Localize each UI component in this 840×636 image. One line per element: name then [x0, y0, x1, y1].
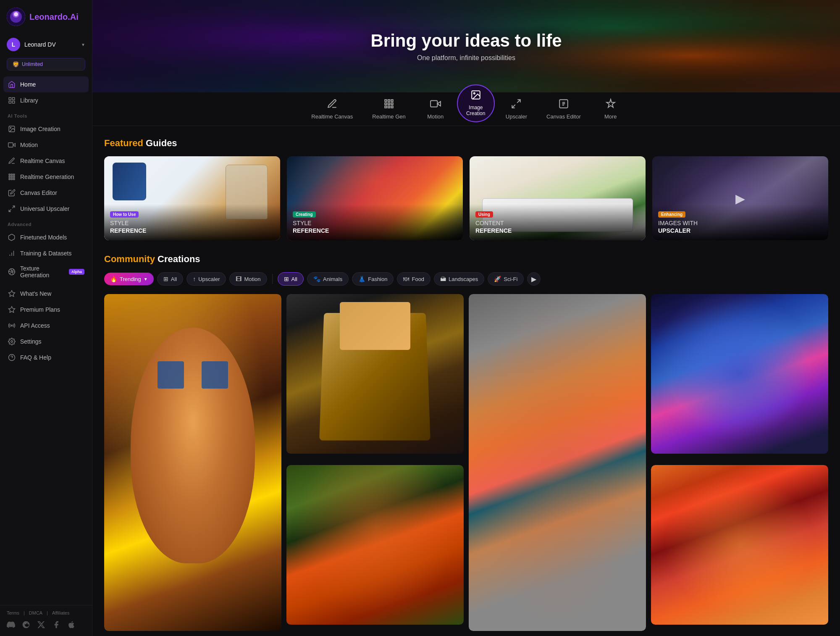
svg-rect-43 [430, 100, 437, 107]
sidebar-item-label: Realtime Generation [20, 173, 74, 180]
nav-btn-image-creation[interactable]: Image Creation [457, 84, 495, 122]
logo-avatar [7, 8, 25, 26]
advanced-label: Advanced [3, 217, 89, 229]
reddit-icon[interactable] [22, 620, 30, 631]
hero-title: Bring your ideas to life [370, 31, 562, 51]
guide-tag-1: How to Use [110, 211, 139, 218]
guide-card-2[interactable]: Creating STYLE REFERENCE [287, 156, 463, 240]
guide-tag-4: Enhancing [658, 211, 685, 218]
image-card-6[interactable] [651, 465, 828, 631]
food-icon: 🍽 [403, 276, 409, 282]
facebook-icon[interactable] [52, 620, 60, 631]
image-card-1[interactable] [104, 294, 281, 631]
image-grid [104, 294, 828, 631]
sidebar-item-label: Premium Plans [20, 306, 60, 313]
svg-rect-13 [11, 174, 13, 175]
guides-grid: How to Use STYLE REFERENCE Creating [104, 156, 828, 240]
alpha-badge: Alpha [69, 269, 84, 275]
svg-rect-4 [9, 97, 11, 100]
terms-link[interactable]: Terms [7, 610, 19, 615]
guide-overlay-2: Creating STYLE REFERENCE [287, 204, 463, 240]
image-card-5[interactable] [286, 465, 464, 631]
sidebar-item-universal-upscaler[interactable]: Universal Upscaler [3, 201, 89, 217]
image-card-3[interactable] [469, 294, 646, 631]
sidebar-item-texture-generation[interactable]: Texture Generation Alpha [3, 261, 89, 282]
nav-bottom: What's New Premium Plans API Access Sett… [0, 286, 92, 365]
library-icon [8, 96, 16, 105]
svg-point-9 [10, 127, 11, 128]
filter-all-left[interactable]: ⊞ All [157, 272, 183, 286]
svg-rect-41 [391, 106, 393, 108]
filter-trending[interactable]: 🔥 Trending ▼ [104, 273, 154, 285]
filter-sci-fi[interactable]: 🚀 Sci-Fi [488, 272, 524, 286]
guide-tag-2: Creating [293, 211, 316, 218]
filter-label: Trending [120, 276, 141, 282]
filter-motion[interactable]: 🎞 Motion [229, 272, 267, 286]
featured-rest: Guides [143, 138, 177, 148]
svg-rect-39 [385, 106, 386, 108]
svg-rect-12 [9, 174, 10, 175]
filter-label: Food [412, 276, 424, 282]
svg-rect-15 [9, 176, 10, 178]
sidebar-item-canvas-editor[interactable]: Canvas Editor [3, 185, 89, 201]
svg-point-30 [9, 355, 15, 361]
guide-card-1[interactable]: How to Use STYLE REFERENCE [104, 156, 280, 240]
nav-btn-motion[interactable]: Motion [417, 94, 454, 124]
sidebar-item-training-datasets[interactable]: Training & Datasets [3, 245, 89, 261]
discord-icon[interactable] [7, 620, 15, 631]
filter-upscaler[interactable]: ↑ Upscaler [186, 272, 226, 286]
plan-badge[interactable]: 🦁 Unlimited [7, 58, 85, 71]
filter-landscapes[interactable]: 🏔 Landscapes [434, 272, 484, 286]
nav-btn-more[interactable]: More [592, 94, 630, 124]
sidebar-item-api-access[interactable]: API Access [3, 318, 89, 334]
sidebar-item-motion[interactable]: Motion [3, 137, 89, 153]
motion-filter-icon: 🎞 [236, 276, 242, 282]
affiliates-link[interactable]: Affiliates [52, 610, 69, 615]
sidebar-item-finetuned-models[interactable]: Finetuned Models [3, 229, 89, 245]
sidebar-item-home[interactable]: Home [3, 76, 89, 92]
sidebar-item-label: Finetuned Models [20, 234, 67, 241]
sidebar-item-whats-new[interactable]: What's New [3, 286, 89, 302]
apple-icon[interactable] [67, 620, 76, 631]
sidebar-item-realtime-generation[interactable]: Realtime Generation [3, 169, 89, 185]
nav-btn-label: More [604, 113, 617, 120]
dmca-link[interactable]: DMCA [29, 610, 42, 615]
featured-guides-title: Featured Guides [104, 138, 828, 149]
nav-btn-upscaler[interactable]: Upscaler [497, 94, 536, 124]
filter-animals[interactable]: 🐾 Animals [307, 272, 349, 286]
home-icon [8, 80, 16, 89]
user-row[interactable]: L Leonard DV ▼ [0, 34, 92, 55]
svg-rect-20 [13, 179, 15, 180]
filter-all-right[interactable]: ⊞ All [278, 272, 304, 286]
twitter-icon[interactable] [37, 620, 45, 631]
guide-card-3[interactable]: Using CONTENT REFERENCE [470, 156, 646, 240]
sidebar-item-realtime-canvas[interactable]: Realtime Canvas [3, 153, 89, 169]
sidebar-item-label: Training & Datasets [20, 250, 71, 257]
filter-food[interactable]: 🍽 Food [397, 272, 430, 286]
plan-icon: 🦁 [12, 61, 19, 68]
filter-scroll-right[interactable]: ▶ [527, 272, 541, 286]
chevron-down-icon: ▼ [81, 42, 85, 47]
sidebar-item-library[interactable]: Library [3, 92, 89, 108]
filter-label: All [291, 276, 297, 282]
nav-btn-canvas-editor[interactable]: Canvas Editor [538, 94, 589, 124]
sidebar-item-premium-plans[interactable]: Premium Plans [3, 302, 89, 318]
ai-tools-label: AI Tools [3, 108, 89, 121]
sidebar-item-faq-help[interactable]: FAQ & Help [3, 350, 89, 365]
logo[interactable]: Leonardo.Ai [0, 0, 92, 34]
nav-btn-realtime-canvas[interactable]: Realtime Canvas [303, 94, 361, 124]
nav-btn-realtime-gen[interactable]: Realtime Gen [364, 94, 414, 124]
svg-rect-17 [13, 176, 15, 178]
hero-banner: Bring your ideas to life One platform, i… [92, 0, 840, 92]
training-icon [8, 249, 16, 258]
sidebar-item-image-creation[interactable]: Image Creation [3, 121, 89, 137]
svg-rect-35 [391, 100, 393, 101]
image-card-4[interactable] [651, 294, 828, 460]
image-card-2[interactable] [286, 294, 464, 460]
sidebar-item-settings[interactable]: Settings [3, 334, 89, 350]
guide-card-4[interactable]: ▶ Enhancing IMAGES WITH UPSCALER [652, 156, 828, 240]
community-title: Community Creations [104, 254, 828, 265]
svg-rect-37 [388, 103, 390, 105]
filter-fashion[interactable]: 👗 Fashion [352, 272, 394, 286]
nav-btn-label: Motion [427, 113, 444, 120]
